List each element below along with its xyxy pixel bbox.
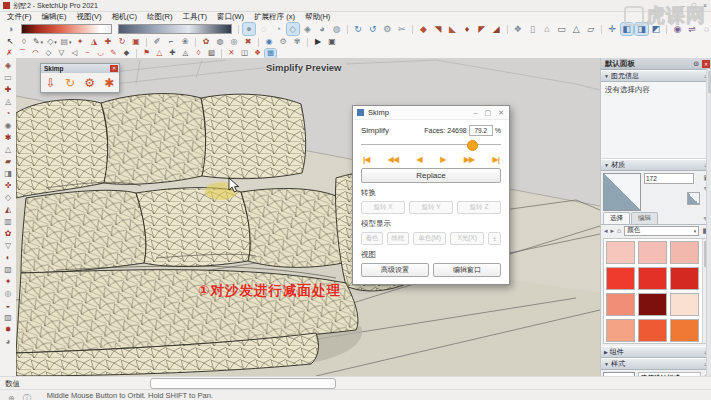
pin-icon[interactable]: ⊙ [693, 60, 699, 68]
blue-gradient-scale[interactable] [118, 24, 232, 34]
left-toolbar-icon[interactable]: ◭ [3, 204, 14, 215]
left-toolbar-icon[interactable]: ▥ [3, 216, 14, 227]
toolbar-icon[interactable]: △ [154, 49, 165, 58]
toolbar-icon[interactable]: ⌐ [165, 37, 177, 47]
toolbar-icon[interactable]: ▦ [265, 49, 276, 58]
toolbar-icon[interactable]: ◫ [239, 49, 250, 58]
toolbar-icon[interactable]: ▣ [130, 37, 142, 47]
toolbar-icon[interactable]: ▭ [555, 23, 568, 35]
toolbar-icon[interactable]: ❖ [512, 23, 525, 35]
skimp-options-icon[interactable]: ✱ [104, 77, 114, 89]
toolbar-icon[interactable]: ↖ [4, 37, 16, 47]
collection-dropdown[interactable]: 颜色 ▾ [624, 226, 699, 236]
dialog-button[interactable]: 编辑窗口 [433, 263, 501, 277]
menu-item-6[interactable]: 工具(T) [177, 12, 212, 22]
skimp-toolbar-titlebar[interactable]: Skimp ✕ [41, 64, 119, 73]
toolbar-icon[interactable]: ◆ [417, 23, 430, 35]
menu-item-9[interactable]: 帮助(H) [300, 12, 335, 22]
red-gradient-scale[interactable] [21, 24, 112, 34]
menu-item-3[interactable]: 视图(V) [72, 12, 107, 22]
toolbar-icon[interactable]: ❖ [252, 49, 263, 58]
left-toolbar-icon[interactable]: ◐ [3, 252, 14, 263]
toolbar-icon[interactable]: ◬ [180, 49, 191, 58]
in-model-icon[interactable]: ⌂ [617, 227, 621, 234]
left-toolbar-icon[interactable]: ◔ [3, 108, 14, 119]
left-toolbar-icon[interactable]: ◇ [3, 192, 14, 203]
toolbar-icon[interactable]: ◑ [4, 23, 17, 35]
last-frame-icon[interactable]: ▶| [493, 155, 499, 164]
toolbar-icon[interactable]: ⚑ [141, 49, 152, 58]
simplify-slider[interactable] [361, 139, 501, 151]
toolbar-icon[interactable]: ✕ [226, 49, 237, 58]
step-back-icon[interactable]: ◀ [417, 155, 422, 164]
material-name-input[interactable] [644, 173, 694, 184]
toolbar-icon[interactable]: ◤ [475, 23, 488, 35]
left-toolbar-icon[interactable]: ✱ [3, 132, 14, 143]
toolbar-icon[interactable]: ▶ [312, 37, 324, 47]
toolbar-icon[interactable]: ↺ [366, 23, 379, 35]
toolbar-icon[interactable]: ✛ [606, 23, 619, 35]
toolbar-icon[interactable]: ◮ [88, 37, 100, 47]
toolbar-icon[interactable]: ✚ [167, 49, 178, 58]
toolbar-icon[interactable]: ◇▾ [46, 37, 58, 47]
material-swatch[interactable] [606, 319, 635, 342]
forward-arrow-icon[interactable]: ▸ [611, 227, 615, 235]
toolbar-icon[interactable]: ✐ [151, 37, 163, 47]
dialog-button[interactable]: X光(X) [450, 232, 484, 245]
left-toolbar-icon[interactable]: ✜ [3, 180, 14, 191]
tray-scrollbar[interactable] [706, 69, 711, 376]
material-swatch[interactable] [606, 267, 635, 290]
menu-item-5[interactable]: 绘图(R) [142, 12, 177, 22]
step-forward-icon[interactable]: ▶ [440, 155, 445, 164]
left-toolbar-icon[interactable]: ◉ [3, 120, 14, 131]
left-toolbar-icon[interactable]: ◨ [3, 168, 14, 179]
material-swatch[interactable] [670, 241, 699, 264]
toolbar-icon[interactable]: ● [243, 23, 256, 35]
measurement-input[interactable] [150, 378, 336, 389]
material-swatch[interactable] [638, 293, 667, 316]
scrollbar-thumb[interactable] [708, 71, 711, 93]
maximize-icon[interactable]: ▢ [485, 109, 492, 117]
dialog-button[interactable]: 旋转 X [361, 201, 405, 214]
toolbar-icon[interactable]: ❀ [179, 37, 191, 47]
toolbar-icon[interactable]: ↻ [352, 23, 365, 35]
chevron-down-icon[interactable]: ▾ [69, 40, 72, 45]
dialog-button[interactable]: 旋转 Y [409, 201, 453, 214]
left-toolbar-icon[interactable]: ◎ [3, 288, 14, 299]
styles-header[interactable]: ▼ 样式 ▭ [601, 358, 711, 370]
toolbar-icon[interactable]: ▱ [584, 23, 597, 35]
toolbar-icon[interactable]: ◇ [287, 23, 300, 35]
toolbar-icon[interactable]: ◇ [43, 49, 54, 58]
toolbar-icon[interactable]: ◎ [228, 37, 240, 47]
toolbar-icon[interactable]: ▧ [206, 49, 217, 58]
chevron-down-icon[interactable]: ▾ [41, 40, 44, 45]
percent-input[interactable] [469, 125, 493, 136]
chevron-down-icon[interactable]: ▾ [54, 40, 57, 45]
left-toolbar-icon[interactable]: ✸ [3, 324, 14, 335]
close-icon[interactable]: ✕ [702, 60, 710, 68]
toolbar-icon[interactable]: ⌂ [541, 23, 554, 35]
components-header[interactable]: ▶ 组件 ▭ [601, 346, 711, 358]
tab-编辑[interactable]: 编辑 [631, 212, 658, 224]
toolbar-icon[interactable]: ◈ [301, 23, 314, 35]
menu-item-8[interactable]: 扩展程序 (x) [249, 12, 300, 22]
materials-header[interactable]: ▼ 材质 ▭ [601, 159, 711, 171]
first-frame-icon[interactable]: |◀ [363, 155, 369, 164]
menu-item-1[interactable]: 文件(F) [2, 12, 37, 22]
back-arrow-icon[interactable]: ◂ [604, 227, 608, 235]
toolbar-icon[interactable]: ▣ [326, 37, 338, 47]
skimp-simplify-icon[interactable]: ↻ [65, 77, 75, 89]
menu-item-7[interactable]: 窗口(W) [212, 12, 249, 22]
material-swatch[interactable] [638, 319, 667, 342]
left-toolbar-icon[interactable]: ▭ [3, 72, 14, 83]
toolbar-icon[interactable]: ♦ [461, 23, 474, 35]
left-toolbar-icon[interactable]: ◬ [3, 96, 14, 107]
material-swatch[interactable] [670, 319, 699, 342]
left-toolbar-icon[interactable]: ◕ [3, 336, 14, 347]
skimp-import-icon[interactable]: ⇩ [46, 77, 56, 89]
material-swatch[interactable] [638, 267, 667, 290]
toolbar-icon[interactable]: ◌ [257, 23, 270, 35]
fast-forward-icon[interactable]: ▶▶ [464, 155, 474, 164]
skimp-dialog-titlebar[interactable]: Skimp –▢✕ [353, 106, 509, 120]
toolbar-icon[interactable]: ◔ [272, 23, 285, 35]
